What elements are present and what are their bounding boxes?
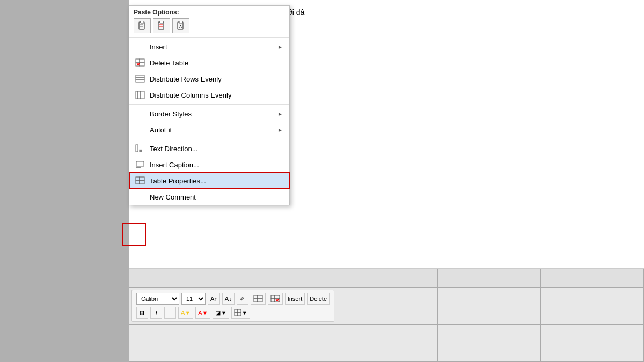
menu-item-distribute-cols[interactable]: Distribute Columns Evenly xyxy=(129,87,289,103)
svg-rect-43 xyxy=(235,312,237,316)
text-direction-icon: ≡ xyxy=(134,143,147,154)
border-styles-label: Border Styles xyxy=(150,110,277,118)
table-cell xyxy=(541,269,644,288)
size-select[interactable]: 11 xyxy=(181,293,206,305)
menu-separator-1 xyxy=(129,37,289,38)
new-comment-label: New Comment xyxy=(150,193,283,201)
insert-icon xyxy=(134,41,147,52)
menu-item-insert[interactable]: Insert ► xyxy=(129,39,289,55)
font-color-btn[interactable]: A▼ xyxy=(195,307,210,319)
table-cell xyxy=(541,324,644,343)
svg-rect-27 xyxy=(136,177,140,180)
svg-rect-18 xyxy=(136,77,144,79)
paste-icon-clipboard[interactable] xyxy=(134,18,151,33)
svg-rect-1 xyxy=(141,21,144,23)
table-cell xyxy=(438,306,541,325)
table-cell xyxy=(129,324,232,343)
svg-rect-44 xyxy=(237,312,241,316)
decrease-font-btn[interactable]: A↓ xyxy=(222,293,235,305)
table-cell xyxy=(335,343,438,362)
table-cell xyxy=(335,324,438,343)
text-style-btn[interactable]: ✐ xyxy=(237,293,248,305)
paste-icon-clipboard-text[interactable] xyxy=(153,18,170,33)
svg-rect-17 xyxy=(136,75,144,77)
svg-rect-29 xyxy=(136,180,140,184)
delete-text-btn[interactable]: Delete xyxy=(307,293,330,305)
paste-icons-row: A xyxy=(134,18,285,33)
delete-table-icon xyxy=(134,57,147,68)
menu-item-insert-caption[interactable]: Insert Caption... xyxy=(129,157,289,173)
table-row xyxy=(129,343,644,362)
insert-text-btn[interactable]: Insert xyxy=(285,293,305,305)
menu-item-new-comment[interactable]: New Comment xyxy=(129,189,289,205)
borders-btn[interactable]: ▼ xyxy=(231,307,250,319)
table-cell xyxy=(541,306,644,325)
table-cell xyxy=(541,343,644,362)
border-styles-arrow: ► xyxy=(277,111,283,117)
autofit-label: AutoFit xyxy=(150,126,277,134)
delete-table-label: Delete Table xyxy=(150,59,283,67)
svg-rect-5 xyxy=(160,21,163,23)
table-delete-btn[interactable] xyxy=(268,293,283,305)
svg-rect-31 xyxy=(254,295,258,298)
svg-rect-14 xyxy=(140,62,144,66)
distribute-cols-icon xyxy=(134,90,147,100)
table-cell xyxy=(438,324,541,343)
insert-caption-label: Insert Caption... xyxy=(150,161,283,169)
distribute-rows-label: Distribute Rows Evenly xyxy=(150,75,283,83)
menu-item-table-properties[interactable]: Table Properties... xyxy=(129,173,289,189)
table-cell xyxy=(232,324,335,343)
toolbar-row-1: Calibri 11 A↑ A↓ ✐ Insert Delete xyxy=(136,293,330,305)
svg-rect-11 xyxy=(136,59,140,62)
align-btn[interactable]: ≡ xyxy=(164,307,176,319)
table-cell xyxy=(438,287,541,306)
menu-item-distribute-rows[interactable]: Distribute Rows Evenly xyxy=(129,71,289,87)
left-sidebar xyxy=(0,0,129,362)
toolbar-row-2: B I ≡ A▼ A▼ ◪▼ ▼ xyxy=(136,307,330,319)
menu-separator-3 xyxy=(129,139,289,139)
autofit-arrow: ► xyxy=(277,127,283,133)
svg-rect-35 xyxy=(271,295,275,298)
table-cell xyxy=(335,287,438,306)
svg-rect-30 xyxy=(140,180,144,184)
paste-options-label: Paste Options: xyxy=(134,9,285,16)
distribute-rows-icon xyxy=(134,73,147,84)
insert-caption-icon xyxy=(134,159,147,170)
table-cell xyxy=(541,287,644,306)
menu-item-delete-table[interactable]: Delete Table xyxy=(129,55,289,71)
table-cell xyxy=(335,306,438,325)
distribute-cols-label: Distribute Columns Evenly xyxy=(150,91,283,99)
svg-rect-34 xyxy=(258,298,262,302)
text-direction-label: Text Direction... xyxy=(150,145,283,153)
table-properties-label: Table Properties... xyxy=(150,177,283,185)
table-insert-btn[interactable] xyxy=(251,293,266,305)
table-row xyxy=(129,324,644,343)
increase-font-btn[interactable]: A↑ xyxy=(208,293,220,305)
menu-item-autofit[interactable]: AutoFit ► xyxy=(129,122,289,138)
svg-rect-33 xyxy=(254,298,258,302)
italic-btn[interactable]: I xyxy=(150,307,162,319)
svg-rect-20 xyxy=(136,91,138,99)
svg-text:A: A xyxy=(179,25,182,28)
table-cell xyxy=(232,269,335,288)
table-cell xyxy=(438,343,541,362)
svg-rect-36 xyxy=(275,295,280,298)
shading-btn[interactable]: ◪▼ xyxy=(213,307,229,319)
font-select[interactable]: Calibri xyxy=(136,293,179,305)
svg-rect-12 xyxy=(140,59,144,62)
svg-rect-28 xyxy=(140,177,144,180)
table-cell xyxy=(129,343,232,362)
table-row xyxy=(129,269,644,288)
menu-item-text-direction[interactable]: ≡ Text Direction... xyxy=(129,141,289,157)
paste-options-section: Paste Options: A xyxy=(129,6,289,36)
svg-rect-42 xyxy=(237,309,241,312)
table-cell xyxy=(232,343,335,362)
context-menu: Paste Options: A Insert ► Delete Table xyxy=(129,5,290,205)
paste-icon-clipboard-a[interactable]: A xyxy=(172,18,189,33)
autofit-icon xyxy=(134,124,147,135)
highlight-btn[interactable]: A▼ xyxy=(178,307,193,319)
bold-btn[interactable]: B xyxy=(136,307,148,319)
floating-toolbar: Calibri 11 A↑ A↓ ✐ Insert Delete B I ≡ A… xyxy=(131,290,334,322)
menu-item-border-styles[interactable]: Border Styles ► xyxy=(129,106,289,122)
new-comment-icon xyxy=(134,191,147,202)
